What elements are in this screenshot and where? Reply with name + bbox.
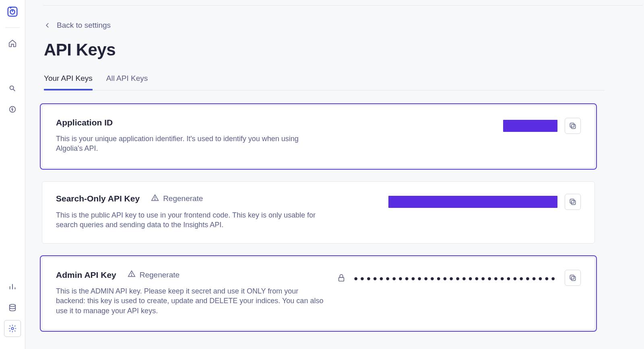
warning-icon [128,270,136,280]
svg-point-8 [155,199,155,199]
copy-application-id-button[interactable] [565,118,581,134]
svg-rect-9 [572,200,576,204]
main-content: Back to settings API Keys Your API Keys … [25,0,644,349]
algolia-logo[interactable] [6,6,19,18]
card-title: Application ID [56,118,113,127]
divider [5,27,20,28]
card-description: This is the ADMIN API key. Please keep i… [56,286,326,316]
sidebar [0,0,25,349]
application-id-value-redacted [503,120,557,132]
page-title: API Keys [44,40,644,60]
tabs: Your API Keys All API Keys [44,74,605,90]
card-application-id: Application ID This is your unique appli… [42,105,595,168]
svg-point-5 [11,327,14,330]
svg-rect-14 [570,275,574,279]
svg-rect-13 [572,277,576,281]
sidebar-item-home[interactable] [4,35,21,52]
card-search-only-api-key: Search-Only API Key Regenerate This is t… [42,181,595,244]
svg-rect-12 [339,277,344,281]
card-admin-api-key: Admin API Key Regenerate This is the ADM… [42,257,595,330]
sidebar-item-data[interactable] [4,299,21,316]
card-description: This is your unique application identifi… [56,134,326,154]
card-admin-key-wrapper: Admin API Key Regenerate This is the ADM… [40,255,597,332]
regenerate-admin-key-button[interactable]: Regenerate [128,270,180,280]
svg-rect-6 [572,125,576,129]
lock-icon[interactable] [336,273,347,283]
sidebar-item-settings[interactable] [4,320,21,337]
card-search-key-wrapper: Search-Only API Key Regenerate This is t… [40,179,597,246]
regenerate-label: Regenerate [163,194,203,203]
card-title: Admin API Key [56,270,116,280]
sidebar-item-search[interactable] [4,80,21,97]
svg-point-11 [131,275,132,276]
sidebar-item-analytics[interactable] [4,278,21,295]
admin-key-masked-value: •••••••••••••••••••••••••••••••• [354,271,557,284]
search-key-value-redacted [388,196,557,208]
back-label: Back to settings [57,21,111,30]
regenerate-search-key-button[interactable]: Regenerate [151,194,203,204]
svg-point-4 [10,304,16,307]
copy-search-key-button[interactable] [565,194,581,210]
back-to-settings-link[interactable]: Back to settings [44,21,111,30]
warning-icon [151,194,159,204]
card-description: This is the public API key to use in you… [56,210,326,230]
svg-rect-10 [570,199,574,203]
sidebar-item-recommend[interactable] [4,101,21,118]
card-title: Search-Only API Key [56,194,140,203]
tab-all-api-keys[interactable]: All API Keys [106,74,148,90]
svg-rect-7 [570,123,574,127]
regenerate-label: Regenerate [140,271,180,279]
svg-point-2 [10,86,14,90]
copy-admin-key-button[interactable] [565,270,581,286]
tab-your-api-keys[interactable]: Your API Keys [44,74,93,90]
card-application-id-wrapper: Application ID This is your unique appli… [40,103,597,170]
